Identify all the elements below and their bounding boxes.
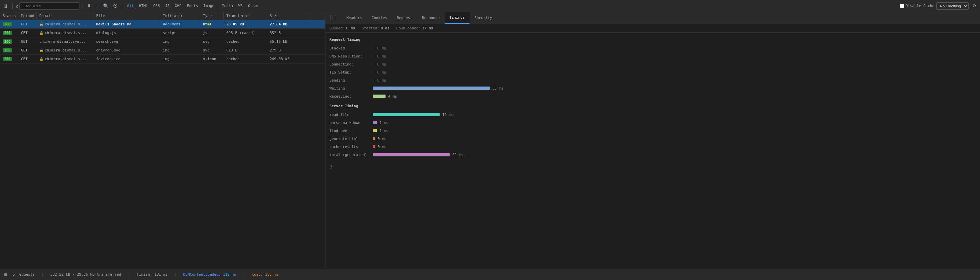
timing-row-label: DNS Resolution:: [329, 54, 373, 58]
filter-tab-fonts[interactable]: Fonts: [185, 3, 200, 9]
size-text: 249.08 kB: [270, 57, 290, 61]
transferred-text: cached: [226, 57, 240, 61]
filter-tab-xhr[interactable]: XHR: [173, 3, 184, 9]
timing-row-bar-wrap: 22 ms: [373, 153, 976, 157]
filter-tab-css[interactable]: CSS: [151, 3, 162, 9]
domain-text: chimera.dismal.syn...: [40, 39, 86, 44]
col-header-status: Status: [0, 12, 18, 20]
panel-tab-cookies[interactable]: Cookies: [367, 12, 392, 24]
initiator-text: img: [163, 39, 170, 44]
size-cell: 27.64 kB: [267, 20, 310, 29]
method-cell: GET: [18, 46, 37, 54]
table-row[interactable]: 200 GET 🔒 chimera.dismal.s... Devils Sno…: [0, 20, 325, 29]
timing-ms: 19 ms: [442, 113, 453, 117]
size-text: 279 B: [270, 48, 281, 53]
filter-tab-images[interactable]: Images: [201, 3, 219, 9]
table-row[interactable]: 200 GET 🔒 chimera.dismal.s... chevron.sv…: [0, 46, 325, 55]
lock-icon: 🔒: [40, 48, 43, 52]
method-text: GET: [21, 31, 28, 35]
timing-bar-visual: [373, 121, 377, 124]
transferred-cell: 695 B (raced): [224, 29, 267, 37]
finish-time: Finish: 181 ms: [137, 272, 167, 277]
disable-cache-label[interactable]: Disable Cache: [900, 4, 934, 8]
record-button[interactable]: ⦿: [111, 2, 119, 10]
toolbar-left: 🗑 ⧖ ⏸ + 🔍 ⦿ All HTML CSS JS XHR Fonts Im…: [2, 2, 899, 10]
timing-row-label: cache-results: [329, 145, 373, 149]
initiator-cell: script: [160, 29, 200, 37]
panel-tab-icon[interactable]: ⊡: [325, 12, 342, 24]
timing-bar-visual: [373, 137, 375, 140]
search-button[interactable]: 🔍: [102, 2, 110, 10]
table-row[interactable]: 200 GET 🔒 chimera.dismal.s... dialog.js …: [0, 29, 325, 37]
panel-tab-request[interactable]: Request: [392, 12, 417, 24]
file-cell: Devils Snooze.md: [94, 20, 160, 29]
add-button[interactable]: +: [94, 2, 100, 10]
transferred-cell: cached: [224, 55, 267, 63]
throttle-select[interactable]: No Throttling Fast 3G Slow 3G Offline: [936, 2, 969, 10]
filter-tab-other[interactable]: Other: [246, 3, 261, 9]
panel-tab-timings[interactable]: Timings: [445, 12, 469, 24]
panel-tab-security[interactable]: Security: [469, 12, 497, 24]
timing-ms: 4 ms: [388, 94, 397, 99]
domain-cell: 🔒 chimera.dismal.s...: [37, 20, 94, 29]
filter-tab-ws[interactable]: WS: [236, 3, 245, 9]
server-timing-title: Server Timing: [329, 104, 976, 108]
queued-value: 0 ms: [346, 26, 355, 30]
timing-row-bar-wrap: 1 ms: [373, 129, 976, 133]
timing-row-tls: TLS Setup: | 0 ms: [329, 69, 976, 76]
recording-indicator: [4, 273, 7, 276]
timing-row-label: Blocked:: [329, 46, 373, 50]
queued-item: Queued: 0 ms: [329, 26, 355, 30]
size-cell: 352 B: [267, 29, 310, 37]
file-cell: dialog.js: [94, 29, 160, 37]
help-icon[interactable]: ?: [329, 164, 976, 170]
col-header-file: File: [94, 12, 160, 20]
timing-row-label: read-file: [329, 113, 373, 117]
filter-tab-html[interactable]: HTML: [137, 3, 150, 9]
timing-row-bar-wrap: 0 ms: [373, 137, 976, 141]
table-row[interactable]: 200 GET chimera.dismal.syn... search.svg…: [0, 37, 325, 46]
timing-row-read-file: read-file 19 ms: [329, 111, 976, 118]
timing-row-bar-wrap: 19 ms: [373, 113, 976, 117]
timing-bar-visual: [373, 153, 450, 156]
clear-button[interactable]: 🗑: [2, 2, 10, 10]
timing-row-label: Receiving:: [329, 94, 373, 99]
timing-bar-visual: [373, 129, 377, 132]
disable-cache-text: Disable Cache: [905, 4, 934, 8]
settings-button[interactable]: ⚙: [970, 2, 978, 10]
timing-row-cache-results: cache-results 0 ms: [329, 143, 976, 150]
transferred-text: 28.05 kB: [226, 22, 244, 26]
type-text: js: [203, 31, 207, 35]
filter-tab-js[interactable]: JS: [163, 3, 172, 9]
downloaded-value: 37 ms: [422, 26, 433, 30]
filter-input[interactable]: [19, 2, 80, 10]
method-text: GET: [21, 39, 28, 44]
load-time: load: 186 ms: [252, 272, 278, 277]
file-text: Devils Snooze.md: [96, 22, 132, 26]
timing-bar-visual: [373, 86, 490, 90]
transferred-cell: 28.05 kB: [224, 20, 267, 29]
panel-tab-headers[interactable]: Headers: [342, 12, 367, 24]
panel-tabs: ⊡ Headers Cookies Request Response Timin…: [325, 12, 980, 24]
started-item: Started: 0 ms: [362, 26, 390, 30]
initiator-text: img: [163, 57, 170, 61]
timing-ms: 33 ms: [492, 86, 503, 91]
transferred-cell: cached: [224, 37, 267, 46]
type-text: svg: [203, 48, 210, 53]
downloaded-label: Downloaded:: [396, 26, 421, 30]
file-text: chevron.svg: [96, 48, 121, 53]
filter-tab-all[interactable]: All: [125, 2, 136, 10]
timing-row-bar-wrap: | 0 ms: [373, 62, 976, 67]
panel-tab-response[interactable]: Response: [417, 12, 445, 24]
timing-row-blocked: Blocked: | 0 ms: [329, 45, 976, 52]
timing-row-bar-wrap: | 0 ms: [373, 70, 976, 75]
timing-bar-zero: | 0 ms: [373, 62, 386, 67]
type-cell: svg: [200, 46, 224, 54]
filter-tab-media[interactable]: Media: [220, 3, 235, 9]
method-text: GET: [21, 48, 28, 53]
toolbar: 🗑 ⧖ ⏸ + 🔍 ⦿ All HTML CSS JS XHR Fonts Im…: [0, 0, 980, 12]
disable-cache-checkbox[interactable]: [900, 4, 904, 8]
table-row[interactable]: 200 GET 🔒 chimera.dismal.s... favicon.ic…: [0, 55, 325, 64]
request-timing-title: Request Timing: [329, 37, 976, 42]
pause-button[interactable]: ⏸: [85, 2, 93, 10]
